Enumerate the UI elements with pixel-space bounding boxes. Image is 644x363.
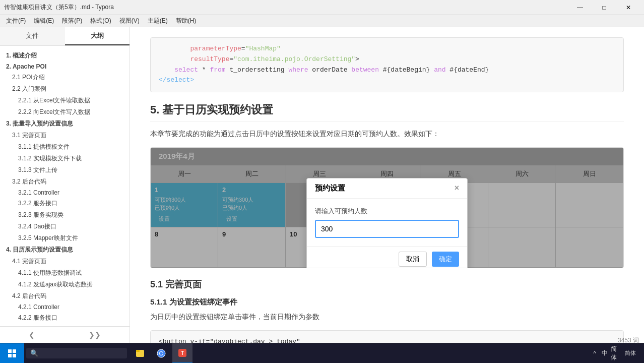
menu-theme[interactable]: 主题(E) bbox=[144, 16, 172, 26]
sidebar: 文件 大纲 1. 概述介绍 2. Apache POI 2.1 POI介绍 2.… bbox=[0, 27, 130, 343]
taskbar-app-explorer[interactable] bbox=[130, 343, 150, 364]
menu-edit[interactable]: 编辑(E) bbox=[30, 16, 58, 26]
sidebar-item-0[interactable]: 1. 概述介绍 bbox=[0, 50, 130, 62]
svg-point-8 bbox=[160, 352, 163, 355]
sidebar-item-11[interactable]: 3.2 后台代码 bbox=[0, 176, 130, 188]
svg-text:T: T bbox=[181, 350, 184, 356]
sidebar-item-23[interactable]: 4.2.2 服务接口 bbox=[0, 312, 130, 324]
content-scroll-wrapper: parameterType="HashMap" resultType="com.… bbox=[150, 37, 624, 343]
sidebar-item-20[interactable]: 4.1.2 发送ajax获取动态数据 bbox=[0, 279, 130, 290]
menu-paragraph[interactable]: 段落(P) bbox=[58, 16, 86, 26]
tray-ime-icon[interactable]: 中 bbox=[601, 349, 609, 357]
modal-body: 请输入可预约人数 bbox=[307, 199, 467, 246]
code-line-2: resultType="com.itheima.pojo.OrderSettin… bbox=[159, 54, 615, 65]
sidebar-code-icon[interactable]: ❯❯ bbox=[87, 329, 103, 341]
taskbar-search[interactable]: 🔍 bbox=[26, 348, 127, 358]
typora-icon: T bbox=[177, 348, 187, 358]
sidebar-item-21[interactable]: 4.2 后台代码 bbox=[0, 290, 130, 302]
code-block-top: parameterType="HashMap" resultType="com.… bbox=[150, 37, 624, 92]
code-line-3: select * from t_ordersetting where order… bbox=[159, 65, 615, 76]
sidebar-item-13[interactable]: 3.2.2 服务接口 bbox=[0, 198, 130, 209]
modal-close-button[interactable]: × bbox=[455, 184, 459, 193]
content-area[interactable]: parameterType="HashMap" resultType="com.… bbox=[130, 27, 644, 343]
tray-expand-icon[interactable]: ^ bbox=[591, 349, 599, 357]
svg-rect-2 bbox=[8, 354, 12, 357]
section511-description: 为日历中的设置按钮绑定单击事件，当前日期作为参数 bbox=[150, 311, 624, 323]
code-line-4: </select> bbox=[159, 75, 615, 86]
taskbar-clock: 简体 bbox=[621, 349, 640, 356]
title-bar: 传智健康项目讲义（第5章）.md - Typora — □ ✕ bbox=[0, 0, 644, 15]
sidebar-item-14[interactable]: 3.2.3 服务实现类 bbox=[0, 209, 130, 221]
sidebar-item-19[interactable]: 4.1.1 使用静态数据调试 bbox=[0, 267, 130, 279]
svg-rect-0 bbox=[8, 349, 12, 353]
section5-heading: 5. 基于日历实现预约设置 bbox=[150, 102, 624, 122]
code-block-2-text: <button v-if="dayobject.day > today" bbox=[159, 338, 300, 343]
code-line-1: parameterType="HashMap" bbox=[159, 44, 615, 54]
search-icon: 🔍 bbox=[30, 349, 38, 357]
sidebar-item-15[interactable]: 3.2.4 Dao接口 bbox=[0, 221, 130, 232]
sidebar-item-7[interactable]: 3.1 完善页面 bbox=[0, 130, 130, 141]
sidebar-item-5[interactable]: 2.2.2 向Excel文件写入数据 bbox=[0, 106, 130, 118]
modal-title: 预约设置 bbox=[315, 184, 345, 193]
sidebar-item-22[interactable]: 4.2.1 Controller bbox=[0, 302, 130, 312]
modal-overlay: 预约设置 × 请输入可预约人数 取消 确定 bbox=[151, 148, 623, 268]
sidebar-bottom-toolbar: ❮ ❯❯ bbox=[0, 326, 130, 343]
window-controls: — □ ✕ bbox=[568, 0, 640, 15]
modal-header: 预约设置 × bbox=[307, 178, 467, 199]
modal-footer: 取消 确定 bbox=[307, 246, 467, 268]
windows-icon bbox=[8, 349, 16, 357]
maximize-button[interactable]: □ bbox=[593, 0, 616, 15]
taskbar: 🔍 T ^ 中 简体 简体 bbox=[0, 343, 644, 363]
section5-description: 本章节要完成的功能为通过点击日历中的设置按钮来设置对应日期的可预约人数。效果如下… bbox=[150, 128, 624, 140]
sidebar-item-9[interactable]: 3.1.2 实现模板文件下载 bbox=[0, 153, 130, 164]
section51-heading: 5.1 完善页面 bbox=[150, 278, 624, 290]
calendar-container: 2019年4月 周一 周二 周三 周四 周五 周六 周日 1 可预约300人已预… bbox=[150, 147, 624, 268]
sidebar-item-17[interactable]: 4. 日历展示预约设置信息 bbox=[0, 244, 130, 256]
modal-cancel-button[interactable]: 取消 bbox=[399, 252, 427, 267]
svg-rect-5 bbox=[136, 350, 140, 352]
file-explorer-icon bbox=[135, 348, 145, 358]
menu-bar: 文件(F) 编辑(E) 段落(P) 格式(O) 视图(V) 主题(E) 帮助(H… bbox=[0, 15, 644, 27]
sidebar-item-4[interactable]: 2.2.1 从Excel文件读取数据 bbox=[0, 95, 130, 106]
sidebar-item-16[interactable]: 3.2.5 Mapper映射文件 bbox=[0, 232, 130, 244]
modal-label: 请输入可预约人数 bbox=[315, 207, 459, 216]
sidebar-item-8[interactable]: 3.1.1 提供模板文件 bbox=[0, 141, 130, 153]
window-title: 传智健康项目讲义（第5章）.md - Typora bbox=[4, 3, 114, 12]
taskbar-tray: ^ 中 简体 简体 bbox=[587, 349, 644, 357]
sidebar-tabs: 文件 大纲 bbox=[0, 27, 130, 46]
menu-file[interactable]: 文件(F) bbox=[2, 16, 30, 26]
modal-dialog: 预约设置 × 请输入可预约人数 取消 确定 bbox=[306, 178, 468, 268]
sidebar-item-1[interactable]: 2. Apache POI bbox=[0, 62, 130, 72]
menu-help[interactable]: 帮助(H) bbox=[172, 16, 201, 26]
sidebar-item-6[interactable]: 3. 批量导入预约设置信息 bbox=[0, 118, 130, 130]
sidebar-tab-outline[interactable]: 大纲 bbox=[65, 27, 130, 45]
sidebar-content[interactable]: 1. 概述介绍 2. Apache POI 2.1 POI介绍 2.2 入门案例… bbox=[0, 46, 130, 326]
sidebar-item-2[interactable]: 2.1 POI介绍 bbox=[0, 72, 130, 83]
close-button[interactable]: ✕ bbox=[617, 0, 640, 15]
taskbar-app-chrome[interactable] bbox=[151, 343, 171, 364]
section511-heading: 5.1.1 为设置按钮绑定事件 bbox=[150, 297, 624, 307]
modal-confirm-button[interactable]: 确定 bbox=[432, 252, 459, 267]
code-block-2: <button v-if="dayobject.day > today" bbox=[150, 330, 624, 343]
sidebar-item-18[interactable]: 4.1 完善页面 bbox=[0, 256, 130, 267]
word-count: 3453 词 bbox=[618, 336, 639, 343]
sidebar-item-10[interactable]: 3.1.3 文件上传 bbox=[0, 164, 130, 176]
menu-format[interactable]: 格式(O) bbox=[86, 16, 115, 26]
sidebar-prev-icon[interactable]: ❮ bbox=[27, 329, 37, 341]
taskbar-lang-indicator[interactable]: 简体 bbox=[611, 349, 619, 357]
minimize-button[interactable]: — bbox=[568, 0, 592, 15]
taskbar-app-typora[interactable]: T bbox=[172, 343, 192, 364]
sidebar-tab-file[interactable]: 文件 bbox=[0, 27, 65, 45]
taskbar-apps: 🔍 T bbox=[24, 343, 587, 364]
taskbar-start-button[interactable] bbox=[0, 343, 24, 364]
sidebar-item-12[interactable]: 3.2.1 Controller bbox=[0, 188, 130, 198]
svg-rect-1 bbox=[13, 349, 16, 353]
main-layout: 文件 大纲 1. 概述介绍 2. Apache POI 2.1 POI介绍 2.… bbox=[0, 27, 644, 343]
menu-view[interactable]: 视图(V) bbox=[115, 16, 144, 26]
modal-input[interactable] bbox=[315, 220, 459, 238]
chrome-icon bbox=[156, 348, 166, 358]
sidebar-item-3[interactable]: 2.2 入门案例 bbox=[0, 83, 130, 95]
svg-rect-3 bbox=[13, 354, 16, 357]
